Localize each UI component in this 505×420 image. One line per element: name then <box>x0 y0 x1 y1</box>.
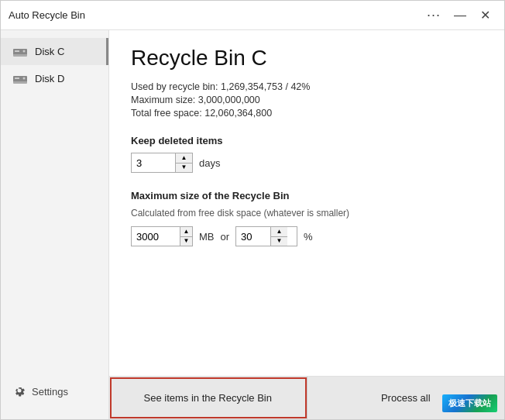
pct-unit-label: % <box>304 231 313 243</box>
mb-input[interactable] <box>132 227 180 246</box>
svg-rect-1 <box>13 54 27 57</box>
max-size-desc: Calculated from free disk space (whateve… <box>131 208 483 219</box>
svg-rect-6 <box>15 77 19 79</box>
mb-down-button[interactable]: ▼ <box>180 236 192 246</box>
days-up-button[interactable]: ▲ <box>176 153 192 163</box>
sidebar-item-disk-c-label: Disk C <box>35 46 64 57</box>
days-down-button[interactable]: ▼ <box>176 163 192 173</box>
days-arrows: ▲ ▼ <box>175 153 192 172</box>
or-label: or <box>221 231 230 243</box>
info-used: Used by recycle bin: 1,269,354,753 / 42% <box>131 81 483 92</box>
bottom-bar: See items in the Recycle Bin Process all <box>109 376 504 419</box>
mb-arrows: ▲ ▼ <box>180 227 192 246</box>
mb-spinner[interactable]: ▲ ▼ <box>131 226 193 246</box>
minimize-button[interactable]: — <box>448 5 472 26</box>
pct-input[interactable] <box>236 227 270 246</box>
keep-section-label: Keep deleted items <box>131 135 483 146</box>
sidebar-item-disk-d[interactable]: Disk D <box>1 65 108 92</box>
settings-link[interactable]: Settings <box>13 384 96 399</box>
sidebar-item-disk-c[interactable]: Disk C <box>1 38 108 65</box>
settings-label: Settings <box>32 386 68 398</box>
info-max-size: Maximum size: 3,000,000,000 <box>131 95 483 105</box>
days-input[interactable] <box>132 153 175 172</box>
close-button[interactable]: ✕ <box>473 5 496 26</box>
see-items-button[interactable]: See items in the Recycle Bin <box>109 377 307 419</box>
days-spinner[interactable]: ▲ ▼ <box>131 153 193 173</box>
pct-up-button[interactable]: ▲ <box>271 227 287 236</box>
max-size-section-label: Maximum size of the Recycle Bin <box>131 190 483 201</box>
content-wrapper: Recycle Bin C Used by recycle bin: 1,269… <box>109 30 504 419</box>
sidebar-bottom: Settings <box>1 377 108 411</box>
more-options-button[interactable]: ··· <box>421 7 447 23</box>
pct-spinner[interactable]: ▲ ▼ <box>235 226 297 246</box>
sidebar-item-disk-d-label: Disk D <box>35 73 64 84</box>
svg-rect-5 <box>13 81 27 84</box>
content-area: Recycle Bin C Used by recycle bin: 1,269… <box>109 30 504 376</box>
disk-c-icon <box>13 46 27 57</box>
app-title: Auto Recycle Bin <box>9 9 85 21</box>
titlebar: Auto Recycle Bin ··· — ✕ <box>1 1 504 30</box>
settings-icon <box>13 384 26 399</box>
mb-unit-label: MB <box>199 231 215 243</box>
svg-point-3 <box>23 50 26 52</box>
size-row: ▲ ▼ MB or ▲ ▼ % <box>131 226 483 246</box>
days-unit-label: days <box>199 157 220 169</box>
mb-up-button[interactable]: ▲ <box>180 227 192 236</box>
keep-days-row: ▲ ▼ days <box>131 153 483 173</box>
svg-rect-2 <box>15 50 19 52</box>
pct-arrows: ▲ ▼ <box>270 227 287 246</box>
window-controls: ··· — ✕ <box>421 5 496 26</box>
sidebar: Disk C Disk D Settings <box>1 30 109 419</box>
disk-d-icon <box>13 74 27 84</box>
svg-point-7 <box>23 77 26 79</box>
pct-down-button[interactable]: ▼ <box>271 236 287 246</box>
info-free-space: Total free space: 12,060,364,800 <box>131 108 483 119</box>
page-title: Recycle Bin C <box>131 46 483 71</box>
main-layout: Disk C Disk D Settings <box>1 30 504 419</box>
process-all-button[interactable]: Process all <box>307 377 505 419</box>
